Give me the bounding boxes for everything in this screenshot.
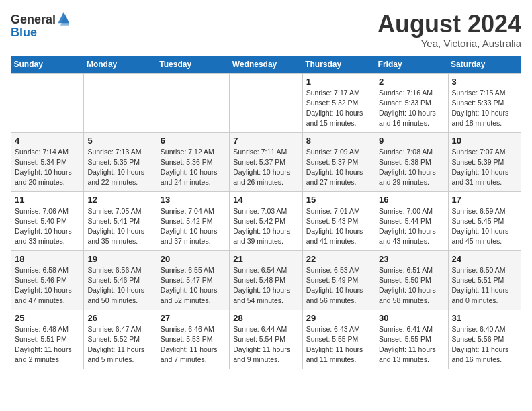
- calendar-week-row: 25Sunrise: 6:48 AMSunset: 5:51 PMDayligh…: [11, 310, 521, 369]
- page-header: General Blue August 2024 Yea, Victoria, …: [11, 11, 521, 49]
- day-number: 25: [15, 313, 80, 323]
- day-info: Sunrise: 7:05 AMSunset: 5:41 PMDaylight:…: [87, 206, 152, 247]
- day-info: Sunrise: 7:01 AMSunset: 5:43 PMDaylight:…: [306, 206, 371, 247]
- calendar-week-row: 18Sunrise: 6:58 AMSunset: 5:46 PMDayligh…: [11, 250, 521, 310]
- calendar-cell: 8Sunrise: 7:09 AMSunset: 5:37 PMDaylight…: [302, 132, 375, 191]
- day-number: 27: [161, 313, 226, 323]
- day-info: Sunrise: 7:07 AMSunset: 5:39 PMDaylight:…: [452, 147, 517, 188]
- calendar-week-row: 1Sunrise: 7:17 AMSunset: 5:32 PMDaylight…: [11, 73, 521, 132]
- calendar-cell: 4Sunrise: 7:14 AMSunset: 5:34 PMDaylight…: [11, 132, 84, 191]
- day-info: Sunrise: 6:43 AMSunset: 5:55 PMDaylight:…: [306, 324, 371, 365]
- day-info: Sunrise: 7:04 AMSunset: 5:42 PMDaylight:…: [161, 206, 226, 247]
- calendar-cell: 31Sunrise: 6:40 AMSunset: 5:56 PMDayligh…: [448, 310, 521, 369]
- calendar-cell: [230, 73, 302, 132]
- calendar-cell: 2Sunrise: 7:16 AMSunset: 5:33 PMDaylight…: [375, 73, 448, 132]
- day-info: Sunrise: 6:46 AMSunset: 5:53 PMDaylight:…: [161, 324, 226, 365]
- calendar-cell: 14Sunrise: 7:03 AMSunset: 5:42 PMDayligh…: [230, 191, 302, 250]
- calendar-cell: 6Sunrise: 7:12 AMSunset: 5:36 PMDaylight…: [157, 132, 229, 191]
- header-thursday: Thursday: [302, 56, 375, 74]
- day-info: Sunrise: 7:06 AMSunset: 5:40 PMDaylight:…: [15, 206, 80, 247]
- calendar-cell: 15Sunrise: 7:01 AMSunset: 5:43 PMDayligh…: [302, 191, 375, 250]
- day-number: 17: [452, 195, 517, 205]
- calendar-cell: 13Sunrise: 7:04 AMSunset: 5:42 PMDayligh…: [157, 191, 229, 250]
- calendar-cell: [11, 73, 84, 132]
- day-number: 6: [161, 136, 226, 146]
- calendar-cell: 26Sunrise: 6:47 AMSunset: 5:52 PMDayligh…: [84, 310, 157, 369]
- calendar-cell: 30Sunrise: 6:41 AMSunset: 5:55 PMDayligh…: [375, 310, 448, 369]
- calendar-cell: 16Sunrise: 7:00 AMSunset: 5:44 PMDayligh…: [375, 191, 448, 250]
- calendar-cell: 3Sunrise: 7:15 AMSunset: 5:33 PMDaylight…: [448, 73, 521, 132]
- day-number: 24: [452, 254, 517, 264]
- header-friday: Friday: [375, 56, 448, 74]
- calendar-cell: 11Sunrise: 7:06 AMSunset: 5:40 PMDayligh…: [11, 191, 84, 250]
- header-tuesday: Tuesday: [157, 56, 229, 74]
- day-info: Sunrise: 6:40 AMSunset: 5:56 PMDaylight:…: [452, 324, 517, 365]
- day-info: Sunrise: 6:59 AMSunset: 5:45 PMDaylight:…: [452, 206, 517, 247]
- day-number: 16: [379, 195, 444, 205]
- day-info: Sunrise: 7:15 AMSunset: 5:33 PMDaylight:…: [452, 88, 517, 129]
- calendar-body: 1Sunrise: 7:17 AMSunset: 5:32 PMDaylight…: [11, 73, 521, 369]
- day-info: Sunrise: 6:50 AMSunset: 5:51 PMDaylight:…: [452, 265, 517, 306]
- calendar-cell: [84, 73, 157, 132]
- day-info: Sunrise: 7:14 AMSunset: 5:34 PMDaylight:…: [15, 147, 80, 188]
- day-info: Sunrise: 6:53 AMSunset: 5:49 PMDaylight:…: [306, 265, 371, 306]
- day-number: 10: [452, 136, 517, 146]
- day-number: 9: [379, 136, 444, 146]
- header-sunday: Sunday: [11, 56, 84, 74]
- day-info: Sunrise: 7:03 AMSunset: 5:42 PMDaylight:…: [233, 206, 298, 247]
- calendar-cell: 21Sunrise: 6:54 AMSunset: 5:48 PMDayligh…: [230, 250, 302, 310]
- day-info: Sunrise: 6:56 AMSunset: 5:46 PMDaylight:…: [87, 265, 152, 306]
- calendar-cell: [157, 73, 229, 132]
- calendar-cell: 29Sunrise: 6:43 AMSunset: 5:55 PMDayligh…: [302, 310, 375, 369]
- calendar-cell: 24Sunrise: 6:50 AMSunset: 5:51 PMDayligh…: [448, 250, 521, 310]
- header-monday: Monday: [84, 56, 157, 74]
- day-info: Sunrise: 7:12 AMSunset: 5:36 PMDaylight:…: [161, 147, 226, 188]
- day-info: Sunrise: 7:00 AMSunset: 5:44 PMDaylight:…: [379, 206, 444, 247]
- day-number: 29: [306, 313, 371, 323]
- day-number: 2: [379, 77, 444, 87]
- logo-icon: [57, 11, 69, 26]
- day-number: 3: [452, 77, 517, 87]
- day-number: 1: [306, 77, 371, 87]
- logo-general-text: General: [11, 13, 56, 26]
- logo: General Blue: [11, 11, 69, 40]
- calendar-cell: 7Sunrise: 7:11 AMSunset: 5:37 PMDaylight…: [230, 132, 302, 191]
- calendar-cell: 25Sunrise: 6:48 AMSunset: 5:51 PMDayligh…: [11, 310, 84, 369]
- calendar-cell: 20Sunrise: 6:55 AMSunset: 5:47 PMDayligh…: [157, 250, 229, 310]
- day-number: 18: [15, 254, 80, 264]
- day-info: Sunrise: 6:41 AMSunset: 5:55 PMDaylight:…: [379, 324, 444, 365]
- month-year-title: August 2024: [378, 11, 521, 38]
- day-number: 21: [233, 254, 298, 264]
- day-info: Sunrise: 6:48 AMSunset: 5:51 PMDaylight:…: [15, 324, 80, 365]
- day-number: 5: [87, 136, 152, 146]
- day-info: Sunrise: 6:47 AMSunset: 5:52 PMDaylight:…: [87, 324, 152, 365]
- calendar-cell: 10Sunrise: 7:07 AMSunset: 5:39 PMDayligh…: [448, 132, 521, 191]
- day-info: Sunrise: 7:17 AMSunset: 5:32 PMDaylight:…: [306, 88, 371, 129]
- calendar-table: Sunday Monday Tuesday Wednesday Thursday…: [11, 56, 521, 369]
- weekday-header-row: Sunday Monday Tuesday Wednesday Thursday…: [11, 56, 521, 74]
- day-info: Sunrise: 6:54 AMSunset: 5:48 PMDaylight:…: [233, 265, 298, 306]
- day-number: 14: [233, 195, 298, 205]
- day-number: 28: [233, 313, 298, 323]
- day-number: 8: [306, 136, 371, 146]
- header-wednesday: Wednesday: [230, 56, 302, 74]
- calendar-cell: 5Sunrise: 7:13 AMSunset: 5:35 PMDaylight…: [84, 132, 157, 191]
- title-area: August 2024 Yea, Victoria, Australia: [378, 11, 521, 49]
- day-number: 30: [379, 313, 444, 323]
- day-info: Sunrise: 7:16 AMSunset: 5:33 PMDaylight:…: [379, 88, 444, 129]
- calendar-cell: 17Sunrise: 6:59 AMSunset: 5:45 PMDayligh…: [448, 191, 521, 250]
- day-number: 26: [87, 313, 152, 323]
- calendar-header: Sunday Monday Tuesday Wednesday Thursday…: [11, 56, 521, 74]
- day-info: Sunrise: 7:08 AMSunset: 5:38 PMDaylight:…: [379, 147, 444, 188]
- calendar-cell: 28Sunrise: 6:44 AMSunset: 5:54 PMDayligh…: [230, 310, 302, 369]
- calendar-cell: 18Sunrise: 6:58 AMSunset: 5:46 PMDayligh…: [11, 250, 84, 310]
- day-number: 7: [233, 136, 298, 146]
- day-info: Sunrise: 7:13 AMSunset: 5:35 PMDaylight:…: [87, 147, 152, 188]
- calendar-week-row: 11Sunrise: 7:06 AMSunset: 5:40 PMDayligh…: [11, 191, 521, 250]
- calendar-cell: 19Sunrise: 6:56 AMSunset: 5:46 PMDayligh…: [84, 250, 157, 310]
- day-number: 12: [87, 195, 152, 205]
- day-info: Sunrise: 6:55 AMSunset: 5:47 PMDaylight:…: [161, 265, 226, 306]
- day-info: Sunrise: 7:11 AMSunset: 5:37 PMDaylight:…: [233, 147, 298, 188]
- day-info: Sunrise: 7:09 AMSunset: 5:37 PMDaylight:…: [306, 147, 371, 188]
- day-info: Sunrise: 6:44 AMSunset: 5:54 PMDaylight:…: [233, 324, 298, 365]
